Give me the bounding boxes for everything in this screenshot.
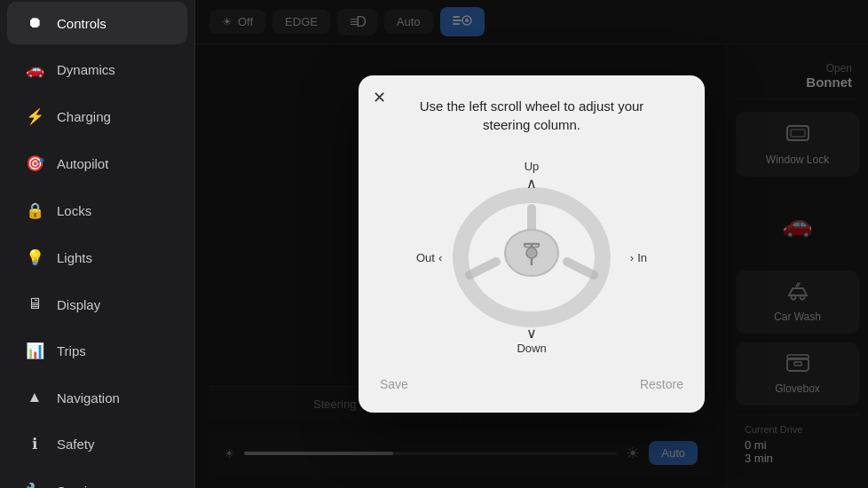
sidebar-item-charging[interactable]: ⚡ Charging xyxy=(7,95,187,138)
navigation-icon: ▲ xyxy=(25,389,44,406)
modal-close-button[interactable]: ✕ xyxy=(373,90,386,106)
safety-icon: ℹ xyxy=(25,435,44,453)
up-label: Up ∧ xyxy=(525,160,540,192)
sidebar: ⏺ Controls 🚗 Dynamics ⚡ Charging 🎯 Autop… xyxy=(0,0,195,488)
sidebar-item-autopilot[interactable]: 🎯 Autopilot xyxy=(7,142,187,185)
modal-footer: Save Restore xyxy=(380,377,683,391)
main-area: ☀ Off EDGE ≡D Auto xyxy=(195,0,868,488)
steering-wheel-svg xyxy=(452,186,612,328)
save-button[interactable]: Save xyxy=(380,377,408,391)
sidebar-item-navigation[interactable]: ▲ Navigation xyxy=(7,376,187,419)
sidebar-item-controls[interactable]: ⏺ Controls xyxy=(7,2,187,44)
sidebar-item-locks[interactable]: 🔒 Locks xyxy=(7,189,187,232)
controls-icon: ⏺ xyxy=(25,14,44,32)
sidebar-item-trips[interactable]: 📊 Trips xyxy=(7,329,187,373)
out-label: Out ‹ xyxy=(416,251,442,264)
modal-overlay[interactable]: ✕ Use the left scroll wheel to adjust yo… xyxy=(195,0,868,488)
charging-icon: ⚡ xyxy=(25,107,44,126)
sidebar-item-display[interactable]: 🖥 Display xyxy=(7,283,187,326)
sidebar-item-service[interactable]: 🔧 Service xyxy=(7,469,187,488)
svg-point-19 xyxy=(526,248,537,258)
restore-button[interactable]: Restore xyxy=(640,377,683,391)
sidebar-item-safety[interactable]: ℹ Safety xyxy=(7,422,187,466)
trips-icon: 📊 xyxy=(25,342,44,360)
modal-title: Use the left scroll wheel to adjust your… xyxy=(380,97,683,134)
svg-line-14 xyxy=(470,262,496,275)
lights-icon: 💡 xyxy=(25,248,44,267)
in-label: › In xyxy=(630,251,647,264)
display-icon: 🖥 xyxy=(25,295,44,313)
sidebar-item-dynamics[interactable]: 🚗 Dynamics xyxy=(7,48,187,91)
locks-icon: 🔒 xyxy=(25,201,44,220)
steering-illustration: Up ∧ ∨ Down Out ‹ xyxy=(380,152,683,363)
sidebar-item-lights[interactable]: 💡 Lights xyxy=(7,236,187,279)
svg-line-15 xyxy=(567,262,594,275)
steering-column-modal: ✕ Use the left scroll wheel to adjust yo… xyxy=(359,75,705,413)
autopilot-icon: 🎯 xyxy=(25,154,44,173)
dynamics-icon: 🚗 xyxy=(25,60,44,79)
service-icon: 🔧 xyxy=(25,482,44,488)
down-label: ∨ Down xyxy=(517,325,546,355)
